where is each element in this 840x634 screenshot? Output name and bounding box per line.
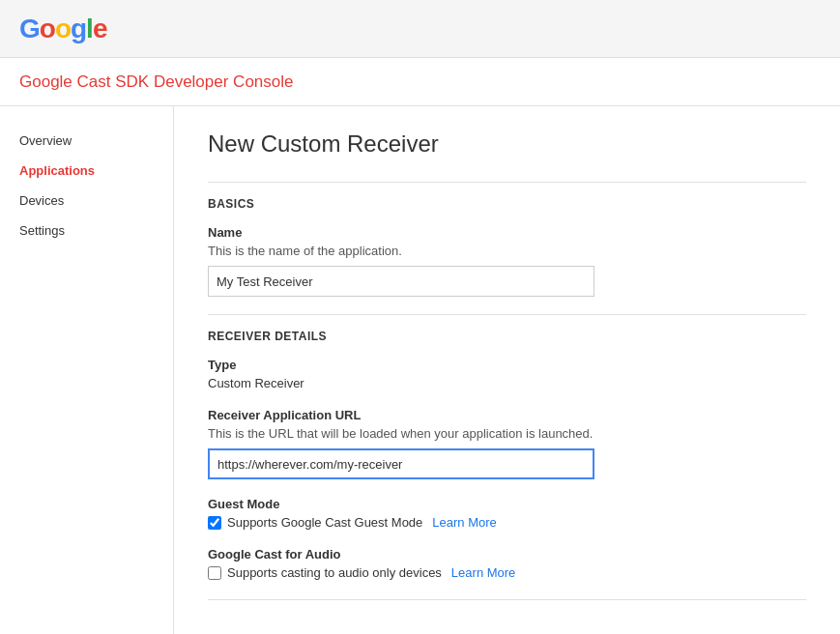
guest-mode-checkbox-row: Supports Google Cast Guest Mode Learn Mo… bbox=[208, 515, 806, 530]
sub-header: Google Cast SDK Developer Console bbox=[0, 58, 840, 106]
logo-e: e bbox=[93, 14, 107, 43]
name-description: This is the name of the application. bbox=[208, 244, 806, 258]
receiver-details-section: RECEIVER DETAILS Type Custom Receiver Re… bbox=[208, 330, 806, 580]
guest-mode-checkbox-label: Supports Google Cast Guest Mode bbox=[227, 515, 422, 530]
audio-checkbox-row: Supports casting to audio only devices L… bbox=[208, 565, 806, 580]
section-divider-receiver bbox=[208, 314, 806, 315]
basics-header: BASICS bbox=[208, 197, 806, 211]
header: Google bbox=[0, 0, 840, 58]
main-content: New Custom Receiver BASICS Name This is … bbox=[174, 106, 840, 634]
sidebar-item-devices[interactable]: Devices bbox=[0, 186, 173, 216]
guest-mode-group: Guest Mode Supports Google Cast Guest Mo… bbox=[208, 497, 806, 530]
logo-o1: o bbox=[40, 14, 55, 43]
sidebar-item-settings[interactable]: Settings bbox=[0, 216, 173, 245]
console-title: Google Cast SDK Developer Console bbox=[19, 72, 293, 92]
sidebar: Overview Applications Devices Settings bbox=[0, 106, 174, 634]
audio-checkbox-label: Supports casting to audio only devices bbox=[227, 565, 442, 580]
logo-l: l bbox=[86, 14, 93, 43]
url-label: Receiver Application URL bbox=[208, 408, 806, 422]
google-logo: Google bbox=[19, 14, 106, 44]
section-divider-basics bbox=[208, 182, 806, 183]
guest-mode-checkbox[interactable] bbox=[208, 516, 221, 530]
guest-mode-learn-more[interactable]: Learn More bbox=[432, 515, 496, 530]
sidebar-item-applications[interactable]: Applications bbox=[0, 156, 173, 186]
layout: Overview Applications Devices Settings N… bbox=[0, 106, 840, 634]
receiver-details-header: RECEIVER DETAILS bbox=[208, 330, 806, 343]
url-description: This is the URL that will be loaded when… bbox=[208, 426, 806, 441]
sidebar-item-overview[interactable]: Overview bbox=[0, 126, 173, 156]
url-field-group: Receiver Application URL This is the URL… bbox=[208, 408, 806, 479]
audio-field-group: Google Cast for Audio Supports casting t… bbox=[208, 547, 806, 580]
type-label: Type bbox=[208, 358, 806, 372]
page-title: New Custom Receiver bbox=[208, 130, 806, 158]
logo-o2: o bbox=[55, 14, 71, 43]
name-field-group: Name This is the name of the application… bbox=[208, 225, 806, 297]
audio-checkbox[interactable] bbox=[208, 566, 221, 580]
logo-g: G bbox=[19, 14, 40, 43]
basics-section: BASICS Name This is the name of the appl… bbox=[208, 197, 806, 297]
section-divider-save bbox=[208, 599, 806, 600]
name-label: Name bbox=[208, 225, 806, 240]
audio-label: Google Cast for Audio bbox=[208, 547, 806, 562]
type-value: Custom Receiver bbox=[208, 376, 806, 390]
type-field-group: Type Custom Receiver bbox=[208, 358, 806, 390]
audio-learn-more[interactable]: Learn More bbox=[451, 565, 515, 580]
logo-g2: g bbox=[71, 14, 86, 43]
name-input[interactable] bbox=[208, 266, 594, 297]
guest-mode-label: Guest Mode bbox=[208, 497, 806, 511]
url-input[interactable] bbox=[208, 448, 594, 479]
